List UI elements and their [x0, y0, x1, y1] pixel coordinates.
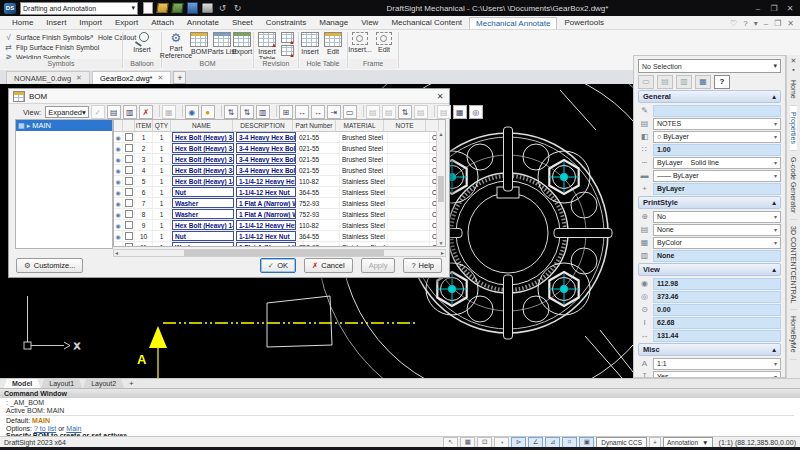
merge-rows-icon[interactable]: ▤: [366, 105, 380, 119]
ribbon-tab[interactable]: Sheet: [226, 17, 259, 28]
col-item[interactable]: ITEM: [135, 120, 153, 131]
grid-icon[interactable]: ▦: [460, 437, 475, 448]
center-z-field[interactable]: 0.00: [653, 304, 781, 316]
description-cell[interactable]: 1-1/4-12 Heavy Hex Bolt: [236, 176, 296, 186]
surface-finish-button[interactable]: √Surface Finish Symbols: [4, 33, 90, 42]
description-cell[interactable]: 3-4 Heavy Hex Bolt: [236, 132, 296, 142]
layer-combo[interactable]: NOTES: [653, 118, 781, 130]
renumber-icon[interactable]: ⇥: [327, 105, 341, 119]
help-button[interactable]: ?Help: [403, 258, 442, 273]
row-checkbox[interactable]: [125, 243, 133, 247]
help-button[interactable]: ?: [714, 75, 730, 89]
scroll-right-icon[interactable]: ►: [440, 250, 445, 256]
frame-edit-button[interactable]: Edit: [372, 32, 396, 59]
description-cell[interactable]: 3-4 Heavy Hex Bolt: [236, 143, 296, 153]
table-row[interactable]: ◉ 2 1 Hex Bolt (Heavy) 3-4 3-4 Heavy Hex…: [114, 143, 445, 154]
col-note[interactable]: NOTE: [384, 120, 426, 131]
printstyle-table-combo[interactable]: None: [653, 224, 781, 236]
sheet-tab[interactable]: Model: [4, 379, 40, 388]
quick-input-icon[interactable]: ▣: [579, 437, 594, 448]
section-view[interactable]: View▴: [638, 263, 781, 276]
row-checkbox[interactable]: [125, 221, 133, 229]
resort-icon[interactable]: ⇅: [398, 105, 412, 119]
description-cell[interactable]: 1-1/4-12 Heavy Hex Bolt: [236, 220, 296, 230]
row-checkbox[interactable]: [125, 188, 133, 196]
ribbon-tab[interactable]: Manage: [313, 17, 354, 28]
row-checkbox[interactable]: [125, 144, 133, 152]
center-y-field[interactable]: 373.46: [653, 291, 781, 303]
doc-tab-gearbox[interactable]: GearBox2.dwg*✕: [92, 71, 171, 84]
duplicate-row-icon[interactable]: ▥: [123, 105, 137, 119]
annotation-scale-combo[interactable]: 1:1: [653, 358, 781, 370]
entity-snap-icon[interactable]: ⊳: [511, 437, 526, 448]
split-rows-icon[interactable]: ▤: [382, 105, 396, 119]
revision-update-icon[interactable]: [281, 45, 294, 56]
table-view-icon[interactable]: ▭: [343, 105, 357, 119]
selection-combo[interactable]: No Selection▾: [638, 59, 781, 73]
print-button[interactable]: [202, 3, 213, 14]
ribbon-tab[interactable]: Import: [73, 17, 108, 28]
new-row-icon[interactable]: ▤: [107, 105, 121, 119]
col-description[interactable]: DESCRIPTION: [233, 120, 293, 131]
ribbon-tab[interactable]: Powertools: [558, 17, 610, 28]
scroll-thumb[interactable]: [438, 176, 444, 202]
table-row[interactable]: ◉ 5 1 Hex Bolt (Heavy) 1-1/4-12 1-1/4-12…: [114, 176, 445, 187]
delete-row-icon[interactable]: ✗: [139, 105, 153, 119]
new-tab-button[interactable]: +: [173, 71, 186, 84]
palette-side-tab[interactable]: G-code Generator: [790, 151, 797, 220]
zoom-to-icon[interactable]: ◎: [469, 105, 483, 119]
palette-side-tab[interactable]: HomeByMe: [790, 310, 797, 360]
col-material[interactable]: MATERIAL: [336, 120, 384, 131]
table-row[interactable]: ◉ 7 1 Washer 1 Flat A (Narrow) Washer 75…: [114, 198, 445, 209]
follow-symbol-icon[interactable]: ◉: [185, 105, 199, 119]
bom-dialog-titlebar[interactable]: BOM ✕: [9, 89, 449, 104]
name-cell[interactable]: Hex Bolt (Heavy) 3-4: [172, 154, 234, 164]
linecolor-combo[interactable]: ○ ByLayer: [653, 131, 781, 143]
close-tab-icon[interactable]: ✕: [76, 74, 82, 82]
table-row[interactable]: ◉ 10 1 Nut 1-1/4-12 Hex Nut 364-55 Stain…: [114, 231, 445, 242]
column-options-icon[interactable]: ▥: [256, 105, 270, 119]
ok-button[interactable]: ✓OK: [260, 258, 296, 273]
restore-button[interactable]: ❐: [768, 4, 780, 13]
palette-side-tab[interactable]: Home: [790, 74, 797, 106]
name-cell[interactable]: Hex Bolt (Heavy) 1-1/4-12: [172, 176, 234, 186]
edit-style-field[interactable]: [653, 105, 781, 117]
hole-table-edit-button[interactable]: Edit: [321, 32, 345, 59]
ucs-icon-on-combo[interactable]: Yes: [653, 371, 781, 379]
section-general[interactable]: General▴: [638, 90, 781, 103]
row-checkbox[interactable]: [125, 199, 133, 207]
table-row[interactable]: ◉ 9 1 Hex Bolt (Heavy) 1-1/4-12 1-1/4-12…: [114, 220, 445, 231]
expand-item-icon[interactable]: ↔: [295, 105, 309, 119]
add-status-icon[interactable]: +: [649, 437, 661, 448]
highlight-icon[interactable]: ●: [201, 105, 215, 119]
row-checkbox[interactable]: [125, 133, 133, 141]
transparency-field[interactable]: ByLayer: [653, 183, 781, 195]
scroll-up-icon[interactable]: ▲: [439, 131, 444, 137]
annotation-scale-combo[interactable]: Annotation▼: [663, 437, 713, 448]
options-main-link[interactable]: Main: [66, 425, 81, 432]
col-part-number[interactable]: Part Number: [293, 120, 336, 131]
doc-minimize-icon[interactable]: –: [764, 19, 768, 28]
description-cell[interactable]: 1-1/4-12 Hex Nut: [236, 187, 296, 197]
attach-button[interactable]: [172, 3, 183, 14]
name-cell[interactable]: Hex Bolt (Heavy) 3-4: [172, 143, 234, 153]
bom-tree-root[interactable]: ▦ ▸ MAIN: [16, 120, 112, 131]
options-list-link[interactable]: ? to list: [34, 425, 56, 432]
bom-tree-panel[interactable]: ▦ ▸ MAIN: [15, 119, 113, 249]
table-row[interactable]: ◉ 11 1 Washer 1 Flat A (Narrow) Washer 7…: [114, 242, 445, 247]
sheet-tab[interactable]: Layout1: [41, 379, 82, 388]
select-entities-icon[interactable]: ▭: [638, 75, 654, 89]
balloon-insert-button[interactable]: Insert: [127, 32, 157, 59]
scroll-thumb[interactable]: [184, 250, 384, 256]
export-button[interactable]: Export: [229, 32, 255, 59]
description-cell[interactable]: 3-4 Heavy Hex Bolt: [236, 154, 296, 164]
polar-icon[interactable]: ◔: [494, 437, 509, 448]
description-cell[interactable]: 1 Flat A (Narrow) Washer: [236, 198, 296, 208]
ribbon-tab[interactable]: Home: [6, 17, 39, 28]
printstyle-combo[interactable]: No: [653, 211, 781, 223]
add-sheet-button[interactable]: +: [125, 379, 138, 388]
palette-side-tab[interactable]: Properties: [790, 106, 797, 151]
command-window[interactable]: : _AM_BOM Active BOM: MAIN Default: MAIN…: [0, 398, 800, 436]
ribbon-tab[interactable]: Export: [109, 17, 144, 28]
lineweight-icon[interactable]: ⌗: [562, 437, 577, 448]
